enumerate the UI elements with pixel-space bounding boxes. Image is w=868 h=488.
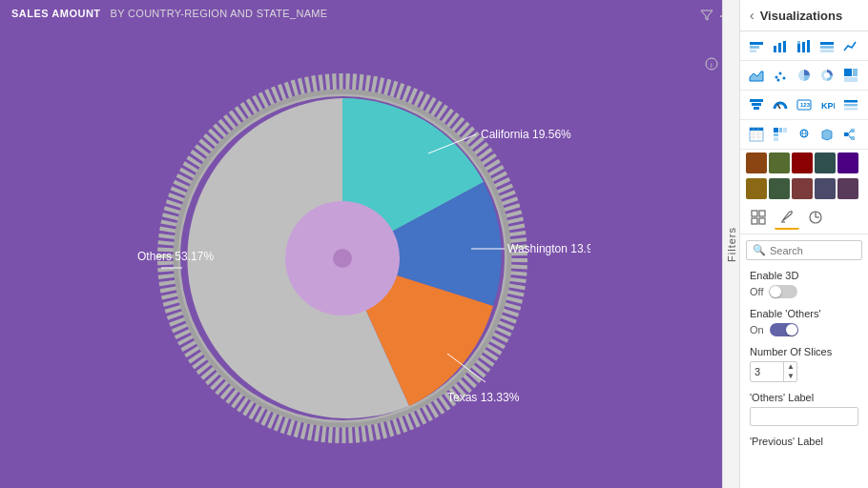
enable-others-toggle-row: On (750, 323, 858, 336)
decomp-tree-icon[interactable] (840, 124, 861, 145)
custom-viz-2[interactable] (769, 152, 790, 173)
svg-marker-15 (750, 71, 763, 81)
svg-rect-51 (851, 136, 855, 140)
matrix-icon[interactable] (770, 124, 791, 145)
card-icon[interactable]: 123 (794, 94, 815, 115)
custom-viz-9[interactable] (815, 178, 836, 199)
filters-tab-label: Filters (726, 227, 737, 262)
svg-rect-23 (844, 77, 858, 82)
enable-3d-toggle-row: Off (750, 285, 858, 298)
others-label-input[interactable] (750, 407, 858, 426)
svg-rect-24 (750, 99, 763, 102)
chart-container: California 19.56% Washington 13.94% Texa… (0, 29, 722, 488)
spinner-up-button[interactable]: ▲ (784, 362, 797, 372)
search-bar: 🔍 (746, 240, 862, 260)
map-icon[interactable] (794, 124, 815, 145)
analytics-button[interactable] (803, 205, 828, 230)
svg-rect-44 (774, 133, 778, 136)
chart-subtitle: BY COUNTRY-REGION AND STATE_NAME (111, 8, 328, 19)
info-icon: i (705, 57, 718, 71)
california-label: California 19.56% (481, 128, 571, 141)
svg-rect-32 (844, 104, 858, 107)
100-bar-icon[interactable] (816, 35, 837, 56)
scatter-icon[interactable] (770, 65, 791, 86)
svg-text:123: 123 (800, 102, 811, 108)
line-chart-icon[interactable] (840, 35, 861, 56)
table-icon[interactable] (746, 124, 767, 145)
funnel-icon[interactable] (746, 94, 767, 115)
visualizations-panel: ‹ Visualizations (739, 0, 868, 488)
custom-viz-row1 (740, 150, 868, 176)
custom-viz-3[interactable] (792, 152, 813, 173)
gauge-icon[interactable] (770, 94, 791, 115)
svg-point-18 (782, 77, 785, 80)
chart-title: SALES AMOUNT (11, 8, 101, 19)
svg-point-20 (824, 72, 830, 78)
svg-rect-43 (783, 128, 787, 132)
fields-button[interactable] (746, 205, 771, 230)
enable-others-thumb (786, 324, 797, 336)
slicer-icon[interactable] (840, 94, 861, 115)
filters-tab[interactable]: Filters (722, 0, 739, 488)
enable-others-toggle-label: On (750, 324, 764, 336)
svg-rect-49 (844, 132, 848, 136)
custom-viz-1[interactable] (746, 152, 767, 173)
treemap-icon[interactable] (840, 65, 861, 86)
previous-label-label: 'Previous' Label (750, 436, 858, 447)
svg-rect-41 (774, 128, 778, 132)
number-of-slices-input-row: ▲ ▼ (750, 361, 797, 382)
enable-others-toggle[interactable] (770, 323, 798, 336)
area-chart-icon[interactable] (746, 65, 767, 86)
svg-point-17 (778, 72, 781, 75)
custom-viz-10[interactable] (837, 178, 858, 199)
svg-rect-13 (820, 46, 834, 49)
svg-rect-54 (752, 211, 757, 216)
donut-chart-icon[interactable] (816, 65, 837, 86)
format-button[interactable] (775, 205, 799, 230)
svg-rect-34 (750, 128, 763, 131)
svg-rect-4 (750, 50, 756, 52)
svg-point-19 (776, 79, 779, 82)
svg-text:KPI: KPI (821, 101, 835, 111)
stacked-bar-icon[interactable] (746, 35, 767, 56)
svg-rect-42 (779, 128, 782, 132)
viz-grid-row3: 123 KPI (740, 91, 868, 120)
svg-rect-6 (778, 43, 781, 52)
stacked-col-icon[interactable] (794, 35, 815, 56)
svg-rect-25 (752, 103, 761, 106)
svg-rect-45 (774, 137, 778, 141)
svg-rect-8 (797, 44, 800, 52)
custom-viz-8[interactable] (792, 178, 813, 199)
search-input[interactable] (770, 245, 856, 256)
others-label-setting: 'Others' Label (750, 392, 858, 426)
filter-icon[interactable] (700, 9, 713, 25)
filled-map-icon[interactable] (816, 124, 837, 145)
column-chart-icon[interactable] (770, 35, 791, 56)
others-label: Others 53.17% (137, 250, 214, 263)
enable-others-label: Enable 'Others' (750, 308, 858, 319)
svg-rect-5 (774, 46, 776, 52)
svg-rect-7 (783, 41, 786, 52)
panel-back-button[interactable]: ‹ (750, 8, 754, 23)
svg-rect-26 (754, 107, 759, 110)
enable-3d-toggle[interactable] (769, 285, 797, 298)
bottom-icon-row (740, 201, 868, 234)
center-dot (333, 249, 352, 268)
info-icon-area: i (705, 57, 718, 74)
custom-viz-4[interactable] (815, 152, 836, 173)
svg-rect-57 (759, 218, 765, 224)
svg-rect-22 (853, 69, 858, 76)
svg-rect-3 (750, 46, 759, 49)
number-of-slices-label: Number Of Slices (750, 346, 858, 357)
custom-viz-5[interactable] (837, 152, 858, 173)
custom-viz-7[interactable] (769, 178, 790, 199)
number-of-slices-input[interactable] (751, 364, 783, 379)
custom-viz-6[interactable] (746, 178, 767, 199)
enable-3d-toggle-label: Off (750, 286, 763, 297)
spinner-down-button[interactable]: ▼ (784, 372, 797, 381)
svg-line-27 (777, 104, 780, 109)
kpi-icon[interactable]: KPI (816, 94, 837, 115)
pie-chart-icon[interactable] (794, 65, 815, 86)
chart-header: SALES AMOUNT BY COUNTRY-REGION AND STATE… (11, 8, 327, 19)
svg-rect-50 (851, 129, 855, 132)
